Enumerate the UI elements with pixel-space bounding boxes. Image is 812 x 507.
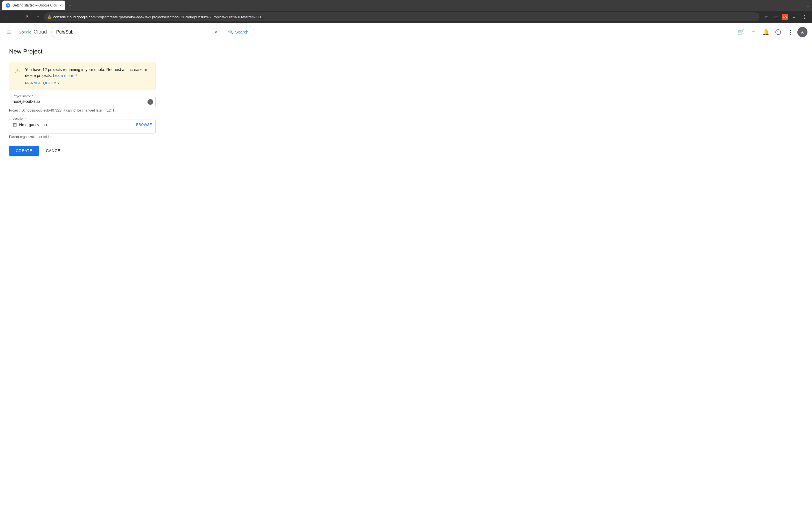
marketplace-button[interactable]: 🛒 [735, 26, 747, 38]
cloud-shell-icon: ▭ [751, 29, 756, 35]
tab-title: Getting started – Google Clou [12, 3, 57, 7]
location-label: Location * [11, 117, 28, 120]
back-button[interactable]: ← [3, 13, 11, 21]
search-button-label: Search [235, 30, 249, 34]
search-divider [221, 28, 221, 36]
main-content: New Project ⚠ You have 12 projects remai… [0, 41, 812, 163]
browser-tab-active[interactable]: G Getting started – Google Clou × [2, 1, 65, 10]
brave-shield-button[interactable]: 🛡 1 [782, 14, 788, 20]
back-icon: ← [5, 14, 10, 19]
nav-bar: ← → ↻ ⌂ 🔒 console.cloud.google.com/proje… [0, 11, 812, 23]
project-name-fieldset: Project name * ? [9, 97, 156, 107]
cast-button[interactable]: ▭ [772, 13, 780, 21]
project-id-hint: Project ID: nodejs-pub-sub-407223. It ca… [9, 108, 156, 112]
location-fieldset: Location * ⊞ No organization BROWSE [9, 119, 156, 134]
tab-close-button[interactable]: × [59, 3, 62, 7]
home-button[interactable]: ⌂ [34, 13, 42, 21]
forward-icon: → [15, 14, 20, 19]
reload-icon: ↻ [26, 14, 30, 20]
browse-location-link[interactable]: BROWSE [136, 123, 152, 127]
more-options-icon: ⋮ [788, 29, 794, 36]
hamburger-icon: ☰ [7, 29, 12, 35]
create-button[interactable]: CREATE [9, 146, 39, 156]
search-icon: 🔍 [228, 30, 234, 35]
user-avatar[interactable]: A [797, 27, 808, 37]
app-header: ☰ Google Cloud × 🔍 Search 🛒 ▭ [0, 23, 812, 41]
cancel-button[interactable]: CANCEL [44, 146, 65, 156]
warning-banner: ⚠ You have 12 projects remaining in your… [9, 62, 156, 90]
search-clear-button[interactable]: × [213, 28, 219, 36]
learn-more-link[interactable]: Learn more [53, 73, 73, 78]
url-text: console.cloud.google.com/projectcreate?p… [53, 15, 756, 19]
tab-favicon: G [6, 3, 10, 8]
project-name-input[interactable] [13, 99, 152, 104]
google-logo-text: Google [18, 30, 31, 34]
project-name-help-button[interactable]: ? [147, 99, 153, 105]
search-submit-button[interactable]: 🔍 Search [223, 27, 253, 37]
manage-quotas-link[interactable]: MANAGE QUOTAS [25, 81, 150, 85]
warning-content: You have 12 projects remaining in your q… [25, 67, 150, 85]
more-options-button[interactable]: ⋮ [785, 26, 796, 38]
form-buttons: CREATE CANCEL [9, 146, 156, 156]
forward-button[interactable]: → [13, 13, 21, 21]
browser-actions: ☆ ▭ 🛡 1 ≡ ⋮ [762, 13, 809, 21]
tab-bar: G Getting started – Google Clou × + ⌄ [0, 0, 812, 11]
bookmark-button[interactable]: ☆ [762, 13, 770, 21]
home-icon: ⌂ [36, 14, 39, 19]
warning-text: You have 12 projects remaining in your q… [25, 67, 150, 78]
help-icon: ? [775, 29, 781, 35]
avatar-initial: A [801, 30, 804, 34]
page-title: New Project [9, 48, 803, 55]
hamburger-menu-button[interactable]: ☰ [4, 26, 14, 38]
lock-icon: 🔒 [47, 15, 52, 19]
reader-mode-button[interactable]: ≡ [790, 13, 799, 21]
organization-icon: ⊞ [13, 122, 17, 128]
brave-shield-icon: 🛡 [783, 15, 786, 18]
search-input[interactable] [56, 30, 211, 35]
marketplace-icon: 🛒 [738, 29, 745, 36]
address-bar[interactable]: 🔒 console.cloud.google.com/projectcreate… [44, 12, 760, 21]
browser-menu-button[interactable]: ⋮ [800, 13, 809, 21]
cloud-shell-button[interactable]: ▭ [748, 26, 759, 38]
project-name-field: Project name * ? Project ID: nodejs-pub-… [9, 97, 156, 112]
app-container: ☰ Google Cloud × 🔍 Search 🛒 ▭ [0, 23, 812, 163]
new-tab-button[interactable]: + [66, 3, 74, 8]
notifications-button[interactable]: 🔔 [760, 26, 771, 38]
location-value: No organization [19, 122, 134, 127]
location-hint: Parent organization or folder [9, 135, 156, 139]
project-name-label: Project name * [11, 94, 34, 98]
google-cloud-logo[interactable]: Google Cloud [18, 29, 47, 35]
brave-count: 1 [786, 15, 788, 18]
form-section: Project name * ? Project ID: nodejs-pub-… [9, 97, 156, 156]
project-name-input-wrapper: ? [13, 97, 152, 104]
warning-icon: ⚠ [15, 67, 20, 85]
search-bar[interactable]: × 🔍 Search [51, 26, 254, 38]
location-input-wrapper: ⊞ No organization BROWSE [13, 119, 152, 130]
reload-button[interactable]: ↻ [24, 13, 32, 21]
browser-chrome: G Getting started – Google Clou × + ⌄ ← … [0, 0, 812, 23]
notifications-icon: 🔔 [762, 29, 769, 36]
help-button[interactable]: ? [772, 26, 784, 38]
edit-project-id-link[interactable]: EDIT [107, 108, 115, 112]
location-field: Location * ⊞ No organization BROWSE Pare… [9, 119, 156, 139]
cloud-logo-text: Cloud [34, 29, 47, 35]
header-actions: 🛒 ▭ 🔔 ? ⋮ A [735, 26, 808, 38]
more-tabs-button[interactable]: ⌄ [806, 3, 810, 8]
